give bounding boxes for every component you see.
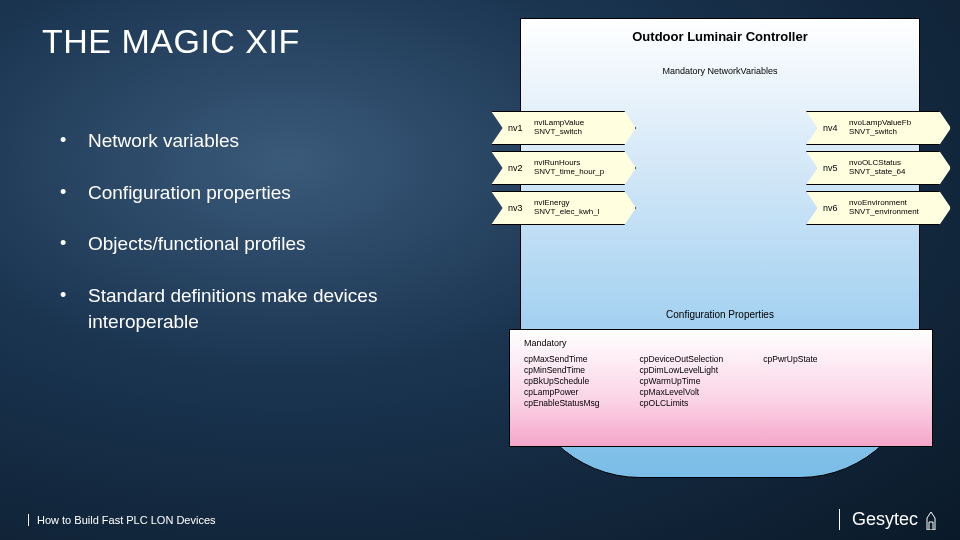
nv-id: nv4 — [823, 123, 849, 133]
xif-diagram: Outdoor Luminair Controller Mandatory Ne… — [500, 18, 940, 498]
cp-item: cpDimLowLevelLight — [640, 365, 724, 375]
nv-output-row: nv4 nvoLampValueFb SNVT_switch — [806, 111, 951, 145]
footer-text: How to Build Fast PLC LON Devices — [28, 514, 216, 526]
brand-tower-icon — [924, 510, 938, 530]
profile-block: Outdoor Luminair Controller Mandatory Ne… — [520, 18, 920, 478]
nv-id: nv5 — [823, 163, 849, 173]
nv-type: SNVT_time_hour_p — [534, 168, 604, 177]
profile-title: Outdoor Luminair Controller — [521, 29, 919, 44]
bullet-item: Configuration properties — [60, 180, 440, 206]
cp-item: cpLampPower — [524, 387, 600, 397]
nv-output-row: nv5 nvoOLCStatus SNVT_state_64 — [806, 151, 951, 185]
nv-input-row: nv1 nviLampValue SNVT_switch — [491, 111, 636, 145]
nv-output-row: nv6 nvoEnvironment SNVT_environment — [806, 191, 951, 225]
cp-item: cpPwrUpState — [763, 354, 817, 364]
cp-item: cpOLCLimits — [640, 398, 724, 408]
cp-section-label: Configuration Properties — [521, 309, 919, 320]
cp-item: cpBkUpSchedule — [524, 376, 600, 386]
nv-type: SNVT_state_64 — [849, 168, 905, 177]
page-title: THE MAGIC XIF — [42, 22, 300, 61]
cp-column: cpDeviceOutSelection cpDimLowLevelLight … — [640, 354, 724, 408]
nv-arrow: nv2 nviRunHours SNVT_time_hour_p — [491, 151, 636, 185]
nv-input-row: nv2 nviRunHours SNVT_time_hour_p — [491, 151, 636, 185]
mandatory-nv-label: Mandatory NetworkVariables — [521, 66, 919, 76]
cp-item: cpMaxLevelVolt — [640, 387, 724, 397]
nv-arrow: nv5 nvoOLCStatus SNVT_state_64 — [806, 151, 951, 185]
nv-arrow: nv1 nviLampValue SNVT_switch — [491, 111, 636, 145]
cp-column: cpMaxSendTime cpMinSendTime cpBkUpSchedu… — [524, 354, 600, 408]
cp-item: cpMinSendTime — [524, 365, 600, 375]
nv-arrow: nv4 nvoLampValueFb SNVT_switch — [806, 111, 951, 145]
cp-column: cpPwrUpState — [763, 354, 817, 408]
nv-id: nv1 — [508, 123, 534, 133]
nv-type: SNVT_environment — [849, 208, 919, 217]
cp-box: Mandatory cpMaxSendTime cpMinSendTime cp… — [509, 329, 933, 447]
nv-id: nv6 — [823, 203, 849, 213]
cp-mandatory-label: Mandatory — [524, 338, 918, 348]
bullet-item: Objects/functional profiles — [60, 231, 440, 257]
nv-arrow: nv3 nviEnergy SNVT_elec_kwh_l — [491, 191, 636, 225]
bullet-list: Network variables Configuration properti… — [60, 128, 440, 360]
cp-item: cpEnableStatusMsg — [524, 398, 600, 408]
cp-item: cpDeviceOutSelection — [640, 354, 724, 364]
bullet-item: Network variables — [60, 128, 440, 154]
cp-item: cpMaxSendTime — [524, 354, 600, 364]
nv-arrow: nv6 nvoEnvironment SNVT_environment — [806, 191, 951, 225]
cp-item: cpWarmUpTime — [640, 376, 724, 386]
nv-input-row: nv3 nviEnergy SNVT_elec_kwh_l — [491, 191, 636, 225]
brand-logo: Gesytec — [839, 509, 938, 530]
bullet-item: Standard definitions make devices intero… — [60, 283, 440, 334]
nv-type: SNVT_switch — [534, 128, 584, 137]
brand-name: Gesytec — [852, 509, 918, 530]
nv-type: SNVT_elec_kwh_l — [534, 208, 599, 217]
nv-type: SNVT_switch — [849, 128, 911, 137]
nv-id: nv2 — [508, 163, 534, 173]
nv-id: nv3 — [508, 203, 534, 213]
